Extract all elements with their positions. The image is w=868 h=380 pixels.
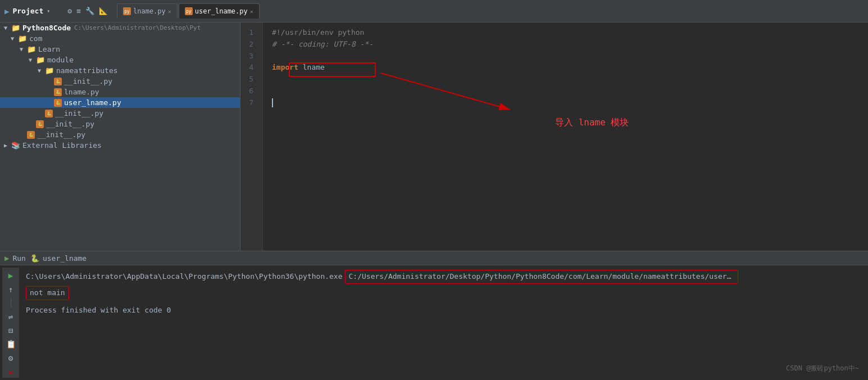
init3-label: __init__.py — [46, 120, 94, 128]
filter-button[interactable]: ⊟ — [4, 324, 17, 336]
watermark: CSDN @搬砖python中~ — [786, 364, 859, 373]
tree-item-init1[interactable]: 🐍 __init__.py — [0, 76, 240, 87]
cursor — [272, 98, 273, 107]
com-folder-icon: 📁 — [18, 34, 27, 43]
lname-file-icon: 🐍 — [54, 88, 62, 96]
ruler-icon[interactable]: 📐 — [99, 7, 108, 15]
tree-item-learn[interactable]: ▼ 📁 Learn — [0, 44, 240, 55]
root-name: Python8Code — [22, 24, 71, 32]
init3-file-icon: 🐍 — [36, 120, 44, 128]
toolbar-divider — [11, 298, 11, 307]
init4-file-icon: 🐍 — [27, 131, 35, 139]
cmd-prefix: C:\Users\Administrator\AppData\Local\Pro… — [26, 271, 343, 283]
tree-root-item[interactable]: ▼ 📁 Python8Code C:\Users\Administrator\D… — [0, 22, 240, 33]
tab-user-lname-label: user_lname.py — [195, 7, 248, 15]
module-name: lname — [303, 62, 325, 74]
init1-label: __init__.py — [64, 77, 112, 85]
ext-lib-label: External Libraries — [22, 141, 102, 150]
project-panel-header: ▶ Project ▾ ⚙ ≡ 🔧 📐 — [0, 7, 112, 16]
user-lname-file-icon: py — [185, 7, 193, 15]
code-container: 1 2 3 4 5 6 7 #!/usr/bin/env python # -*… — [240, 22, 868, 251]
settings2-button[interactable]: ⚙ — [4, 352, 17, 364]
tree-item-com[interactable]: ▼ 📁 com — [0, 33, 240, 44]
tree-item-init2[interactable]: 🐍 __init__.py — [0, 108, 240, 119]
shebang-text: #!/usr/bin/env python — [272, 27, 364, 39]
tab-lname-label: lname.py — [133, 7, 166, 15]
main-layout: ▼ 📁 Python8Code C:\Users\Administrator\D… — [0, 22, 868, 251]
build-icon[interactable]: 🔧 — [85, 7, 94, 15]
init2-file-icon: 🐍 — [45, 110, 53, 117]
close-button[interactable]: ✕ — [4, 366, 17, 378]
lname-file-icon: py — [123, 7, 131, 15]
project-icon: ▶ — [4, 7, 9, 16]
scroll-up-button[interactable]: ↑ — [4, 284, 17, 296]
tree-item-init4[interactable]: 🐍 __init__.py — [0, 129, 240, 140]
settings-icon[interactable]: ⚙ — [67, 7, 72, 15]
bottom-panel-header: ▶ Run 🐍 user_lname — [0, 251, 868, 265]
title-bar: ▶ Project ▾ ⚙ ≡ 🔧 📐 py lname.py ✕ py use… — [0, 0, 868, 22]
tree-item-lname[interactable]: 🐍 lname.py — [0, 87, 240, 97]
run-file-label: user_lname — [43, 254, 87, 263]
lname-label: lname.py — [64, 88, 99, 96]
project-dropdown-icon[interactable]: ▾ — [47, 8, 50, 14]
ext-lib-icon: 📚 — [11, 141, 20, 150]
run-file-icon: 🐍 — [30, 254, 39, 263]
code-line-6 — [272, 85, 859, 97]
run-label: Run — [12, 254, 25, 263]
code-line-1: #!/usr/bin/env python — [272, 27, 859, 39]
bottom-panel: ▶ Run 🐍 user_lname ▶ ↑ ⇌ ⊟ 📋 ⚙ ✕ C:\User… — [0, 251, 868, 380]
root-path: C:\Users\Administrator\Desktop\Pyt — [74, 24, 201, 31]
not-main-text: not main — [26, 286, 69, 300]
tab-lname[interactable]: py lname.py ✕ — [117, 3, 178, 19]
tree-item-nameattributes[interactable]: ▼ 📁 nameattributes — [0, 65, 240, 76]
learn-folder-icon: 📁 — [27, 45, 36, 53]
run-button[interactable]: ▶ — [4, 270, 17, 282]
tree-item-module[interactable]: ▼ 📁 module — [0, 55, 240, 65]
module-arrow: ▼ — [27, 57, 34, 63]
user-lname-file-icon: 🐍 — [54, 99, 62, 107]
side-toolbar: ▶ ↑ ⇌ ⊟ 📋 ⚙ ✕ — [2, 268, 19, 378]
init4-label: __init__.py — [37, 130, 85, 139]
code-line-3 — [272, 51, 859, 62]
nameattributes-arrow: ▼ — [36, 67, 43, 74]
com-label: com — [29, 34, 42, 43]
line-numbers: 1 2 3 4 5 6 7 — [240, 22, 263, 251]
user-lname-label: user_lname.py — [64, 98, 121, 107]
module-folder-icon: 📁 — [36, 56, 45, 64]
nameattributes-folder-icon: 📁 — [45, 66, 54, 75]
copy-button[interactable]: 📋 — [4, 338, 17, 350]
layout-icon[interactable]: ≡ — [76, 7, 81, 15]
import-keyword: import — [272, 62, 298, 74]
output-finished-line: Process finished with exit code 0 — [26, 305, 861, 316]
finished-text: Process finished with exit code 0 — [26, 305, 171, 316]
sidebar: ▼ 📁 Python8Code C:\Users\Administrator\D… — [0, 22, 240, 251]
code-line-5 — [272, 74, 859, 85]
code-line-7 — [272, 97, 859, 109]
run-header-icon: ▶ — [4, 254, 9, 263]
tab-user-lname-close[interactable]: ✕ — [250, 8, 253, 15]
learn-arrow: ▼ — [18, 46, 25, 52]
module-label: module — [47, 56, 74, 64]
tree-item-init3[interactable]: 🐍 __init__.py — [0, 119, 240, 129]
tab-user-lname[interactable]: py user_lname.py ✕ — [179, 3, 260, 19]
tab-lname-close[interactable]: ✕ — [168, 8, 171, 15]
wrap-button[interactable]: ⇌ — [4, 310, 17, 322]
tree-item-external-libraries[interactable]: ▶ 📚 External Libraries — [0, 140, 240, 151]
code-line-2: # -*- coding: UTF-8 -*- — [272, 39, 859, 51]
com-arrow: ▼ — [9, 35, 16, 42]
code-line-4: import lname — [272, 62, 859, 74]
tab-bar: py lname.py ✕ py user_lname.py ✕ — [112, 3, 868, 19]
bottom-content: ▶ ↑ ⇌ ⊟ 📋 ⚙ ✕ C:\Users\Administrator\App… — [0, 265, 868, 380]
init2-label: __init__.py — [55, 109, 103, 117]
output-not-main-line: not main — [26, 286, 861, 300]
output-cmd-line: C:\Users\Administrator\AppData\Local\Pro… — [26, 270, 861, 284]
cmd-path-highlighted: C:/Users/Administrator/Desktop/Python/Py… — [345, 270, 738, 284]
code-lines[interactable]: #!/usr/bin/env python # -*- coding: UTF-… — [263, 22, 868, 251]
tree-item-user-lname[interactable]: 🐍 user_lname.py — [0, 97, 240, 108]
root-arrow: ▼ — [2, 25, 9, 31]
nameattributes-label: nameattributes — [56, 66, 118, 75]
editor-area[interactable]: 1 2 3 4 5 6 7 #!/usr/bin/env python # -*… — [240, 22, 868, 251]
ext-arrow: ▶ — [2, 142, 9, 148]
toolbar-actions: ⚙ ≡ 🔧 📐 — [67, 7, 108, 15]
root-folder-icon: 📁 — [11, 24, 20, 32]
